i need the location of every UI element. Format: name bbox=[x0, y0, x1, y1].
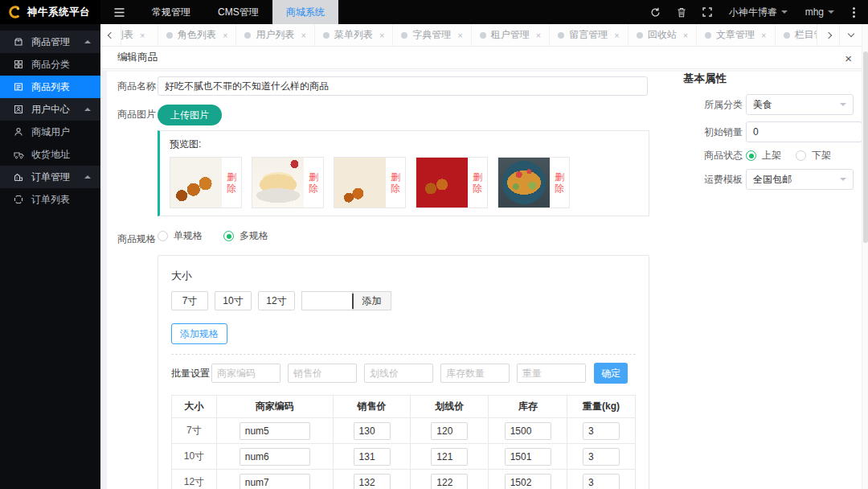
menu-item-mall[interactable]: 商城系统 bbox=[272, 0, 338, 24]
spec-cell-input[interactable] bbox=[583, 422, 620, 440]
delete-image-button[interactable]: 删除 bbox=[386, 158, 405, 208]
chevron-up-icon bbox=[84, 40, 91, 43]
delete-label: 删除 bbox=[309, 171, 319, 194]
delete-image-button[interactable]: 删除 bbox=[468, 158, 487, 208]
new-size-input[interactable] bbox=[301, 291, 353, 310]
tabs-scroll-left-button[interactable] bbox=[100, 24, 121, 46]
spec-cell-input[interactable] bbox=[431, 448, 468, 466]
tab-用户列表[interactable]: 用户列表× bbox=[236, 24, 314, 46]
more-options-icon[interactable] bbox=[853, 11, 855, 14]
add-spec-button[interactable]: 添加规格 bbox=[171, 323, 227, 344]
spec-panel: 大小 7寸10寸12寸 添加 添加规格 批量设置 确定 大小商家编码销售价划线价… bbox=[158, 255, 649, 489]
clear-cache-button[interactable] bbox=[669, 0, 694, 24]
spec-cell-input[interactable] bbox=[240, 474, 310, 489]
close-panel-button[interactable]: × bbox=[845, 47, 852, 69]
product-image-label: 商品图片 bbox=[117, 105, 158, 124]
collapse-menu-button[interactable] bbox=[100, 0, 138, 24]
freight-select[interactable]: 全国包邮 bbox=[746, 169, 854, 190]
sidebar-group-1[interactable]: 用户中心 bbox=[0, 98, 100, 121]
fullscreen-button[interactable] bbox=[694, 0, 720, 24]
radio-option-上架[interactable]: 上架 bbox=[746, 149, 781, 162]
tab-close-icon[interactable]: × bbox=[457, 31, 462, 40]
initial-sales-input[interactable] bbox=[746, 121, 862, 142]
user-name: 小神牛博睿 bbox=[729, 6, 777, 19]
spec-cell-input[interactable] bbox=[583, 448, 620, 466]
sidebar-item-收货地址[interactable]: 收货地址 bbox=[0, 143, 100, 166]
tab-close-icon[interactable]: × bbox=[140, 31, 145, 40]
tabs-scroll-right-button[interactable] bbox=[817, 24, 839, 46]
radio-option-下架[interactable]: 下架 bbox=[796, 149, 831, 162]
tab-close-icon[interactable]: × bbox=[761, 31, 766, 40]
size-option-12寸[interactable]: 12寸 bbox=[258, 291, 295, 310]
spec-table-row: 10寸 bbox=[172, 444, 636, 470]
tab-回收站[interactable]: 回收站× bbox=[628, 24, 697, 46]
tab-close-icon[interactable]: × bbox=[683, 31, 688, 40]
trash-icon bbox=[677, 7, 686, 18]
spec-cell-input[interactable] bbox=[354, 448, 391, 466]
sidebar-group-0[interactable]: 商品管理 bbox=[0, 31, 100, 53]
batch-settings-label: 批量设置 bbox=[171, 367, 211, 380]
vertical-scrollbar[interactable] bbox=[862, 24, 868, 489]
spec-cell-input[interactable] bbox=[240, 422, 310, 440]
tenant-dropdown[interactable]: mhg bbox=[796, 0, 843, 24]
preview-item: 删除 bbox=[497, 157, 570, 208]
spec-cell-input[interactable] bbox=[240, 448, 310, 466]
spec-size-cell: 7寸 bbox=[172, 418, 217, 444]
batch-confirm-button[interactable]: 确定 bbox=[594, 363, 628, 384]
category-icon bbox=[14, 60, 24, 70]
tab-文章管理[interactable]: 文章管理× bbox=[697, 24, 775, 46]
spec-cell-input[interactable] bbox=[354, 422, 391, 440]
radio-option-多规格[interactable]: 多规格 bbox=[223, 229, 268, 243]
delete-image-button[interactable]: 删除 bbox=[222, 158, 241, 208]
radio-option-单规格[interactable]: 单规格 bbox=[158, 229, 203, 243]
category-select[interactable]: 美食 bbox=[746, 94, 854, 115]
tab-留言管理[interactable]: 留言管理× bbox=[550, 24, 628, 46]
tab-close-icon[interactable]: × bbox=[536, 31, 541, 40]
spec-cell-input[interactable] bbox=[431, 474, 468, 489]
sidebar-item-订单列表[interactable]: 订单列表 bbox=[0, 188, 100, 211]
upload-image-button[interactable]: 上传图片 bbox=[158, 105, 222, 125]
spec-cell-input[interactable] bbox=[583, 474, 620, 489]
menu-item-cms[interactable]: CMS管理 bbox=[204, 0, 272, 24]
spec-cell-input[interactable] bbox=[354, 474, 391, 489]
size-option-7寸[interactable]: 7寸 bbox=[171, 291, 208, 310]
category-row: 所属分类 美食 bbox=[704, 94, 854, 115]
add-size-button[interactable]: 添加 bbox=[353, 291, 391, 310]
batch-input-重量[interactable] bbox=[517, 364, 586, 383]
tab-列表[interactable]: 列表× bbox=[121, 24, 158, 46]
tab-close-icon[interactable]: × bbox=[379, 31, 384, 40]
tab-栏目管理[interactable]: 栏目管理× bbox=[776, 24, 817, 46]
delete-image-button[interactable]: 删除 bbox=[304, 158, 323, 208]
product-name-input[interactable] bbox=[158, 76, 648, 96]
batch-input-销售价[interactable] bbox=[288, 364, 357, 383]
batch-input-库存数量[interactable] bbox=[440, 364, 510, 383]
tab-close-icon[interactable]: × bbox=[614, 31, 619, 40]
spec-cell-input[interactable] bbox=[431, 422, 468, 440]
sidebar-item-商城用户[interactable]: 商城用户 bbox=[0, 121, 100, 143]
tab-close-icon[interactable]: × bbox=[223, 31, 227, 40]
menu-item-general[interactable]: 常规管理 bbox=[138, 0, 204, 24]
tab-status-dot-icon bbox=[244, 32, 251, 39]
size-option-10寸[interactable]: 10寸 bbox=[215, 291, 252, 310]
tab-租户管理[interactable]: 租户管理× bbox=[472, 24, 550, 46]
sidebar-item-商品分类[interactable]: 商品分类 bbox=[0, 53, 100, 76]
tab-close-icon[interactable]: × bbox=[301, 31, 305, 40]
spec-size-cell: 12寸 bbox=[172, 470, 217, 489]
tab-角色列表[interactable]: 角色列表× bbox=[158, 24, 236, 46]
sidebar-group-2[interactable]: 订单管理 bbox=[0, 166, 100, 188]
spec-cell-input[interactable] bbox=[505, 448, 551, 466]
delete-label: 删除 bbox=[473, 171, 483, 194]
sidebar-item-商品列表[interactable]: 商品列表 bbox=[0, 76, 100, 98]
size-buttons: 7寸10寸12寸 bbox=[171, 291, 301, 310]
refresh-button[interactable] bbox=[643, 0, 669, 24]
delete-image-button[interactable]: 删除 bbox=[550, 158, 569, 208]
batch-input-划线价[interactable] bbox=[364, 364, 433, 383]
spec-cell-input[interactable] bbox=[505, 474, 551, 489]
scrollbar-thumb[interactable] bbox=[863, 51, 868, 243]
spec-cell-input[interactable] bbox=[505, 422, 551, 440]
tab-字典管理[interactable]: 字典管理× bbox=[393, 24, 471, 46]
user-dropdown[interactable]: 小神牛博睿 bbox=[720, 0, 796, 24]
tabs-menu-button[interactable] bbox=[839, 24, 862, 46]
batch-input-商家编码[interactable] bbox=[211, 364, 280, 383]
tab-菜单列表[interactable]: 菜单列表× bbox=[315, 24, 393, 46]
